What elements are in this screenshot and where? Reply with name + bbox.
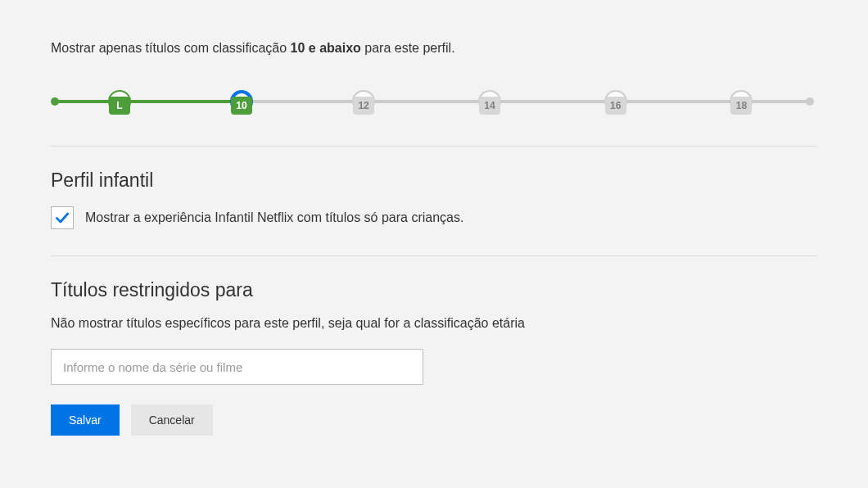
rating-description: Mostrar apenas títulos com classificação… [51,41,817,56]
divider [51,146,817,147]
slider-label-10: 10 [231,97,252,115]
kids-checkbox-row: Mostrar a experiência Infantil Netflix c… [51,206,817,229]
divider [51,255,817,256]
slider-label-16: 16 [605,97,626,115]
kids-heading: Perfil infantil [51,169,817,192]
rating-suffix: para este perfil. [361,41,455,55]
restricted-title-input[interactable] [51,349,423,385]
rating-bold: 10 e abaixo [291,41,361,55]
save-button[interactable]: Salvar [51,404,120,436]
maturity-slider[interactable]: L1012141618 [51,97,814,120]
slider-label-12: 12 [353,97,374,115]
kids-checkbox-label: Mostrar a experiência Infantil Netflix c… [85,210,463,225]
slider-label-18: 18 [730,97,752,115]
restricted-heading: Títulos restringidos para [51,279,817,301]
cancel-button[interactable]: Cancelar [131,404,213,436]
rating-prefix: Mostrar apenas títulos com classificação [51,41,291,55]
slider-label-L: L [109,97,130,115]
button-row: Salvar Cancelar [51,404,817,436]
restricted-description: Não mostrar títulos específicos para est… [51,316,817,331]
kids-checkbox[interactable] [51,206,74,229]
slider-label-14: 14 [479,97,500,115]
check-icon [54,210,70,226]
